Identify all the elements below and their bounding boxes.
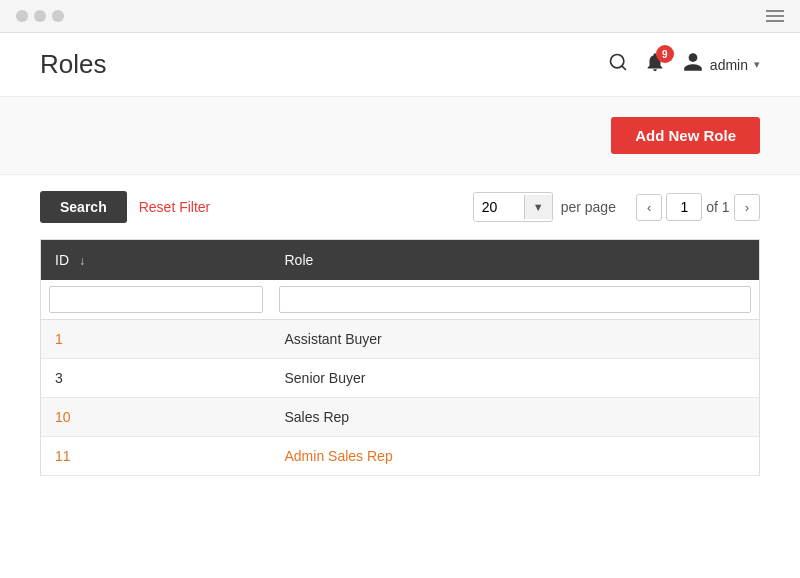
user-menu-button[interactable]: admin ▾ — [682, 51, 760, 78]
per-page-dropdown-button[interactable]: ▼ — [524, 195, 552, 219]
id-link[interactable]: 11 — [55, 448, 71, 464]
table-row: 1 Assistant Buyer — [41, 320, 760, 359]
traffic-lights — [16, 10, 64, 22]
per-page-group: ▼ per page ‹ of 1 › — [473, 192, 760, 222]
per-page-input[interactable] — [474, 193, 524, 221]
table-header-row: ID ↓ Role — [41, 240, 760, 281]
table-row: 3 Senior Buyer — [41, 359, 760, 398]
role-text: Senior Buyer — [285, 370, 366, 386]
cell-role: Admin Sales Rep — [271, 437, 760, 476]
title-bar — [0, 0, 800, 33]
filter-id-input[interactable] — [49, 286, 263, 313]
svg-line-1 — [622, 66, 626, 70]
user-name: admin — [710, 57, 748, 73]
column-id-label: ID — [55, 252, 69, 268]
filter-input-row — [41, 280, 760, 320]
per-page-label: per page — [561, 199, 616, 215]
page-header: Roles 9 admin ▾ — [0, 33, 800, 97]
page-number-input[interactable] — [666, 193, 702, 221]
role-text: Sales Rep — [285, 409, 350, 425]
filter-role-input[interactable] — [279, 286, 752, 313]
add-new-role-button[interactable]: Add New Role — [611, 117, 760, 154]
filter-id-cell — [41, 280, 271, 320]
cell-role: Assistant Buyer — [271, 320, 760, 359]
table-row: 10 Sales Rep — [41, 398, 760, 437]
column-header-id[interactable]: ID ↓ — [41, 240, 271, 281]
table-row: 11 Admin Sales Rep — [41, 437, 760, 476]
page-title: Roles — [40, 49, 106, 80]
column-header-role[interactable]: Role — [271, 240, 760, 281]
cell-id: 3 — [41, 359, 271, 398]
page-of-label: of 1 — [706, 199, 729, 215]
filter-role-cell — [271, 280, 760, 320]
per-page-select-wrapper[interactable]: ▼ — [473, 192, 553, 222]
toolbar-area: Add New Role — [0, 97, 800, 175]
page-next-button[interactable]: › — [734, 194, 760, 221]
sort-icon: ↓ — [79, 254, 85, 268]
user-avatar-icon — [682, 51, 704, 78]
reset-filter-button[interactable]: Reset Filter — [139, 199, 211, 215]
id-link[interactable]: 10 — [55, 409, 71, 425]
role-text: Assistant Buyer — [285, 331, 382, 347]
id-link[interactable]: 1 — [55, 331, 63, 347]
notification-badge: 9 — [656, 45, 674, 63]
cell-id: 10 — [41, 398, 271, 437]
roles-table: ID ↓ Role 1 — [40, 239, 760, 476]
column-role-label: Role — [285, 252, 314, 268]
traffic-light-maximize — [52, 10, 64, 22]
page-prev-button[interactable]: ‹ — [636, 194, 662, 221]
header-actions: 9 admin ▾ — [608, 51, 760, 78]
cell-id: 11 — [41, 437, 271, 476]
cell-role: Senior Buyer — [271, 359, 760, 398]
traffic-light-minimize — [34, 10, 46, 22]
cell-role: Sales Rep — [271, 398, 760, 437]
cell-id: 1 — [41, 320, 271, 359]
filter-bar: Search Reset Filter ▼ per page ‹ of 1 › — [0, 175, 800, 239]
role-link[interactable]: Admin Sales Rep — [285, 448, 393, 464]
search-icon[interactable] — [608, 52, 628, 77]
id-text: 3 — [55, 370, 63, 386]
pagination-controls: ‹ of 1 › — [636, 193, 760, 221]
traffic-light-close — [16, 10, 28, 22]
search-button[interactable]: Search — [40, 191, 127, 223]
table-container: ID ↓ Role 1 — [0, 239, 800, 516]
chevron-down-icon: ▾ — [754, 58, 760, 71]
notification-bell-button[interactable]: 9 — [644, 51, 666, 78]
hamburger-menu-icon[interactable] — [766, 10, 784, 22]
